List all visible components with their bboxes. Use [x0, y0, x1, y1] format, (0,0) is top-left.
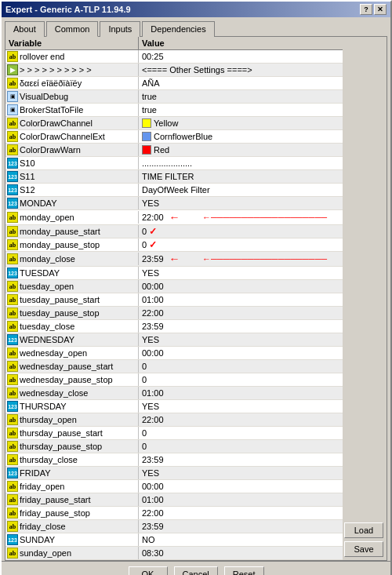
checkmark-icon: ✓ — [149, 226, 157, 237]
row-variable: 123FRIDAY — [5, 467, 139, 479]
footer: OK Cancel Reset — [2, 561, 390, 575]
table-row: abwednesday_close01:00 — [5, 387, 343, 400]
row-icon: ab — [7, 144, 18, 155]
row-value: YES — [139, 334, 343, 345]
row-value: YES — [139, 468, 343, 479]
row-value: true — [139, 104, 343, 115]
table-row: abfriday_pause_stop22:00 — [5, 507, 343, 520]
row-icon: ab — [7, 548, 18, 559]
row-var-label: friday_pause_start — [20, 495, 91, 504]
row-val-text: CornflowerBlue — [154, 132, 212, 141]
table-row: abtuesday_pause_start01:00 — [5, 293, 343, 307]
close-button[interactable]: ✕ — [374, 4, 387, 15]
row-var-label: wednesday_open — [20, 348, 87, 358]
table-row: 123S10..................... — [5, 157, 343, 170]
table-row: abwednesday_pause_start0 — [5, 360, 343, 373]
row-value: 23:59 — [139, 521, 343, 532]
table-row: abColorDrawChannelYellow — [5, 117, 343, 130]
row-var-label: ColorDrawChannelExt — [20, 132, 105, 141]
row-icon: ab — [7, 212, 18, 223]
row-variable: abmonday_close — [5, 253, 139, 265]
tab-bar: About Common Inputs Dependencies — [2, 17, 390, 36]
row-value: 0 — [139, 361, 343, 372]
save-button[interactable]: Save — [344, 541, 383, 557]
row-var-label: ColorDrawWarn — [20, 145, 81, 155]
row-var-label: wednesday_pause_stop — [20, 375, 113, 384]
row-icon: ab — [7, 294, 18, 305]
row-value: Red — [139, 144, 343, 155]
row-variable: abtuesday_pause_start — [5, 293, 139, 306]
row-val-text: 00:25 — [142, 52, 164, 61]
row-variable: abrollover end — [5, 50, 139, 63]
row-var-label: monday_pause_start — [20, 227, 100, 236]
row-icon: ab — [7, 308, 18, 318]
table-row: 123MONDAYYES — [5, 197, 343, 210]
tab-content: Variable Value abrollover end00:25▶> > >… — [5, 36, 387, 561]
table-row: 123S11TIME FILTER — [5, 170, 343, 184]
row-variable: abfriday_pause_stop — [5, 507, 139, 519]
arrow-icon: ← — [169, 253, 180, 265]
tab-about[interactable]: About — [5, 21, 45, 37]
row-var-label: monday_close — [20, 254, 75, 264]
row-value: TIME FILTER — [139, 171, 343, 182]
row-variable: abthursday_pause_stop — [5, 440, 139, 453]
row-value: 00:25 — [139, 51, 343, 62]
side-buttons: Load Save — [343, 37, 387, 560]
row-var-label: thursday_pause_stop — [20, 442, 102, 451]
row-value: Yellow — [139, 118, 343, 129]
row-val-text: 23:59 — [142, 455, 164, 464]
table-row: ▣BrokerStatToFiletrue — [5, 104, 343, 117]
title-bar: Expert - Generic A-TLP 11.94.9 ? ✕ — [2, 2, 390, 17]
row-value: 01:00 — [139, 388, 343, 398]
row-value: 01:00 — [139, 494, 343, 505]
row-variable: 123S11 — [5, 170, 139, 183]
row-value: DayOfWeek Filter — [139, 184, 343, 195]
row-var-label: friday_close — [20, 522, 66, 531]
row-var-label: ColorDrawChannel — [20, 118, 93, 128]
table-row: abtuesday_close23:59 — [5, 320, 343, 333]
table-header: Variable Value — [5, 37, 343, 50]
tab-common[interactable]: Common — [46, 21, 99, 37]
row-icon: ab — [7, 521, 18, 532]
row-var-label: friday_pause_stop — [20, 508, 90, 518]
row-val-text: AÑA — [142, 78, 160, 88]
row-value: NO — [139, 534, 343, 545]
row-icon: ab — [7, 78, 18, 89]
row-val-text: DayOfWeek Filter — [142, 185, 210, 195]
row-variable: ▶> > > > > > > > > > — [5, 64, 139, 76]
row-icon: 123 — [7, 267, 18, 278]
table-row: abfriday_pause_start01:00 — [5, 493, 343, 507]
row-icon: ab — [7, 481, 18, 492]
table-row: ▣VisualDebugtrue — [5, 90, 343, 104]
row-var-label: TUESDAY — [20, 268, 60, 278]
row-variable: abwednesday_pause_stop — [5, 373, 139, 386]
row-icon: 123 — [7, 184, 18, 195]
help-button[interactable]: ? — [360, 4, 372, 15]
row-var-label: thursday_close — [20, 455, 78, 464]
row-variable: abColorDrawChannelExt — [5, 130, 139, 143]
row-variable: abfriday_close — [5, 520, 139, 533]
row-val-text: Yellow — [154, 118, 178, 128]
row-variable: abtuesday_open — [5, 280, 139, 293]
row-val-text: 23:59 — [142, 254, 164, 264]
row-icon: 123 — [7, 534, 18, 545]
tab-inputs[interactable]: Inputs — [100, 21, 140, 37]
row-var-label: MONDAY — [20, 198, 56, 208]
row-icon: ab — [7, 441, 18, 452]
row-val-text: 08:30 — [142, 548, 164, 558]
row-icon: ▣ — [7, 91, 18, 102]
tab-dependencies[interactable]: Dependencies — [142, 21, 214, 37]
row-value: 0 ✓ — [139, 238, 343, 251]
row-variable: abtuesday_pause_stop — [5, 307, 139, 319]
reset-button[interactable]: Reset — [224, 566, 264, 575]
table-row: ▶> > > > > > > > > ><==== Other Settings… — [5, 64, 343, 77]
row-val-text: YES — [142, 268, 159, 278]
color-swatch — [142, 145, 151, 155]
cancel-button[interactable]: Cancel — [174, 566, 218, 575]
load-button[interactable]: Load — [344, 522, 383, 538]
row-var-label: FRIDAY — [20, 468, 51, 478]
row-value: 23:59 — [139, 454, 343, 465]
row-variable: abmonday_open — [5, 211, 139, 224]
row-val-text: 00:00 — [142, 348, 164, 358]
ok-button[interactable]: OK — [129, 566, 168, 575]
